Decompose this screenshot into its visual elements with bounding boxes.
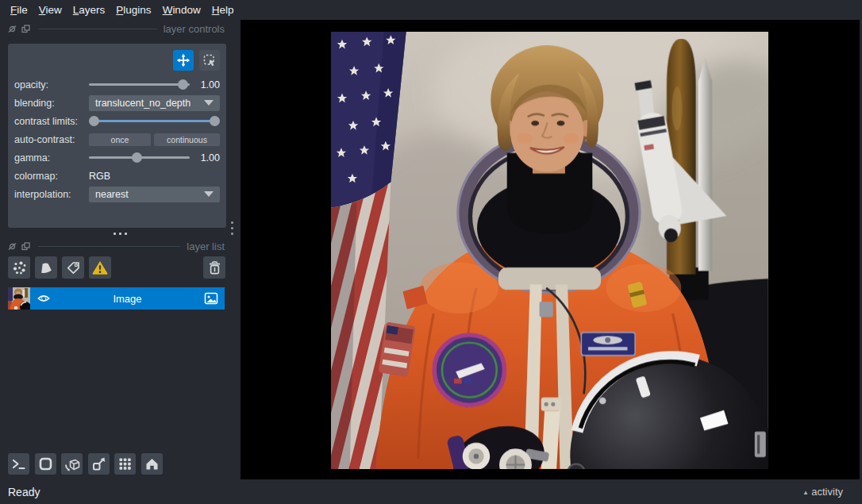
interpolation-dropdown[interactable]: nearest bbox=[89, 187, 220, 202]
dock-panel: layer controls bbox=[0, 20, 241, 479]
layer-item-body[interactable]: Image bbox=[30, 287, 225, 310]
contrast-limits-label: contrast limits: bbox=[14, 116, 89, 127]
transform-icon bbox=[202, 53, 217, 67]
shapes-icon bbox=[39, 260, 54, 275]
colormap-label: colormap: bbox=[14, 171, 89, 182]
home-reset-view-button[interactable] bbox=[141, 453, 163, 475]
status-message: Ready bbox=[8, 486, 40, 498]
activity-toggle[interactable]: ▴ activity bbox=[804, 486, 843, 498]
layer-item-image[interactable]: Image bbox=[8, 287, 225, 310]
blending-dropdown[interactable]: translucent_no_depth bbox=[89, 95, 220, 111]
auto-contrast-label: auto-contrast: bbox=[14, 134, 89, 145]
new-labels-layer-button[interactable] bbox=[62, 256, 84, 279]
transform-mode-button[interactable] bbox=[199, 50, 220, 71]
console-icon bbox=[11, 456, 26, 471]
menu-window[interactable]: Window bbox=[157, 2, 206, 18]
colormap-row: colormap: RGB bbox=[14, 167, 220, 185]
hide-dock-icon[interactable] bbox=[8, 242, 17, 251]
layer-mode-buttons bbox=[14, 50, 220, 71]
gamma-slider[interactable] bbox=[89, 152, 190, 163]
grid-icon bbox=[117, 456, 133, 471]
activity-label: activity bbox=[811, 486, 843, 498]
menu-view[interactable]: View bbox=[33, 2, 67, 18]
trash-icon bbox=[207, 260, 222, 275]
contrast-limits-row: contrast limits: bbox=[14, 112, 220, 130]
transpose-icon bbox=[91, 456, 106, 471]
points-icon bbox=[12, 260, 27, 275]
home-icon bbox=[144, 456, 160, 471]
menu-help[interactable]: Help bbox=[206, 2, 240, 18]
gamma-row: gamma: 1.00 bbox=[14, 148, 220, 167]
layer-controls-titlebar: layer controls bbox=[0, 20, 241, 37]
menu-bar: File View Layers Plugins Window Help bbox=[0, 0, 862, 20]
dock-title-divider bbox=[38, 246, 180, 247]
menu-file[interactable]: File bbox=[5, 2, 33, 18]
delete-layer-button[interactable] bbox=[203, 256, 225, 279]
viewer-canvas[interactable] bbox=[241, 20, 860, 479]
interpolation-row: interpolation: nearest bbox=[14, 185, 220, 203]
status-bar: Ready ▴ activity bbox=[0, 479, 862, 504]
chevron-down-icon bbox=[204, 191, 214, 197]
2d-square-icon bbox=[38, 456, 53, 471]
menu-layers[interactable]: Layers bbox=[67, 2, 111, 18]
float-dock-icon[interactable] bbox=[21, 242, 30, 251]
auto-contrast-continuous-button[interactable]: continuous bbox=[154, 133, 220, 146]
chevron-down-icon bbox=[204, 100, 214, 106]
roll-dimensions-button[interactable] bbox=[61, 453, 83, 475]
console-button[interactable] bbox=[8, 453, 29, 475]
contrast-limits-slider[interactable] bbox=[89, 116, 220, 126]
ndisplay-toggle-button[interactable] bbox=[35, 453, 56, 475]
roll-cube-icon bbox=[64, 456, 80, 472]
auto-contrast-once-button[interactable]: once bbox=[89, 133, 151, 146]
transpose-dimensions-button[interactable] bbox=[88, 453, 110, 475]
layer-list-title: layer list bbox=[187, 240, 225, 252]
activity-expand-icon: ▴ bbox=[804, 488, 808, 496]
opacity-slider[interactable] bbox=[89, 79, 190, 90]
opacity-value: 1.00 bbox=[193, 79, 220, 90]
dock-title-divider bbox=[38, 29, 157, 29]
opacity-row: opacity: 1.00 bbox=[14, 75, 220, 94]
gamma-value: 1.00 bbox=[193, 152, 220, 164]
blending-label: blending: bbox=[14, 98, 89, 109]
grid-view-button[interactable] bbox=[114, 453, 136, 475]
new-shapes-layer-button[interactable] bbox=[35, 256, 57, 279]
auto-contrast-row: auto-contrast: once continuous bbox=[14, 130, 220, 148]
float-dock-icon[interactable] bbox=[21, 25, 30, 33]
viewer-buttons bbox=[8, 453, 163, 475]
visibility-eye-icon[interactable] bbox=[37, 291, 51, 306]
warning-button[interactable] bbox=[89, 256, 111, 279]
astronaut-image bbox=[331, 32, 768, 469]
layer-buttons bbox=[8, 256, 225, 279]
warning-icon bbox=[91, 259, 109, 276]
dock-splitter-handle[interactable] bbox=[0, 228, 241, 239]
layer-name: Image bbox=[51, 293, 204, 305]
pan-arrows-icon bbox=[176, 53, 190, 67]
labels-tag-icon bbox=[66, 260, 81, 275]
colormap-value: RGB bbox=[89, 171, 110, 182]
opacity-label: opacity: bbox=[14, 79, 89, 90]
napari-window: File View Layers Plugins Window Help lay… bbox=[0, 0, 862, 504]
image-layer-type-icon bbox=[204, 291, 218, 306]
panel-canvas-splitter-handle[interactable] bbox=[231, 221, 233, 235]
layer-thumbnail bbox=[8, 287, 30, 310]
blending-row: blending: translucent_no_depth bbox=[14, 94, 220, 112]
interpolation-value: nearest bbox=[95, 189, 129, 200]
gamma-label: gamma: bbox=[14, 152, 89, 164]
hide-dock-icon[interactable] bbox=[8, 25, 17, 33]
interpolation-label: interpolation: bbox=[14, 189, 89, 200]
blending-value: translucent_no_depth bbox=[95, 98, 190, 109]
new-points-layer-button[interactable] bbox=[8, 256, 30, 279]
layer-controls-panel: opacity: 1.00 blending: translucent_no_d… bbox=[8, 44, 226, 228]
pan-zoom-mode-button[interactable] bbox=[173, 50, 194, 71]
layer-list-titlebar: layer list bbox=[0, 239, 241, 253]
menu-plugins[interactable]: Plugins bbox=[110, 2, 156, 18]
layer-controls-title: layer controls bbox=[164, 23, 225, 35]
